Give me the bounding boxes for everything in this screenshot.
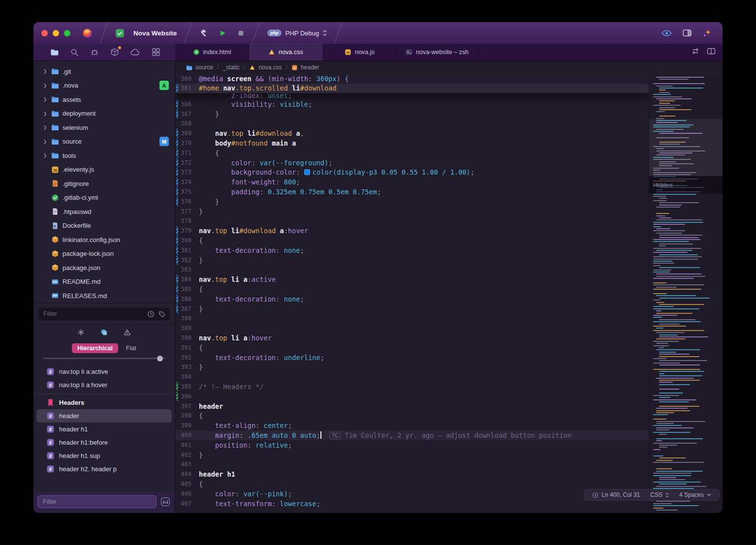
hierarchical-toggle[interactable]: Hierarchical bbox=[72, 343, 118, 353]
symbols-filter-input[interactable] bbox=[38, 498, 156, 505]
group-symbols-button layers-icon[interactable] bbox=[100, 329, 108, 336]
tree-item[interactable]: ❯JS.eleventy.js bbox=[33, 163, 175, 177]
code-line[interactable]: 387} bbox=[175, 304, 649, 314]
symbol-item[interactable]: #nav.top li a:active bbox=[36, 365, 172, 378]
tree-item[interactable]: ❯assets bbox=[33, 92, 175, 107]
chevron-right-icon[interactable]: ❯ bbox=[42, 111, 48, 116]
breadcrumb-item[interactable]: source bbox=[186, 64, 213, 71]
chevron-right-icon[interactable]: ❯ bbox=[42, 69, 48, 74]
tab-nova-js[interactable]: JSnova.js bbox=[323, 44, 397, 61]
browser-icon[interactable] bbox=[82, 28, 93, 38]
tree-filter-input[interactable] bbox=[38, 310, 147, 317]
build-panel-button package-icon[interactable] bbox=[110, 48, 119, 57]
chevron-right-icon[interactable]: ❯ bbox=[42, 153, 48, 158]
compare-button swap-arrows-icon[interactable] bbox=[691, 48, 700, 57]
code-line[interactable]: 379nav.top li#download a:hover bbox=[175, 226, 649, 236]
tree-item[interactable]: ❯RELEASES.md bbox=[33, 289, 175, 303]
code-line[interactable]: 389 bbox=[175, 323, 649, 333]
tree-item[interactable]: ❯.git bbox=[33, 64, 175, 79]
titlebar[interactable]: Nova Website php PHP Debug bbox=[33, 22, 723, 44]
tree-item[interactable]: ❯selenium bbox=[33, 121, 175, 135]
files-panel-button folder-icon[interactable] bbox=[50, 49, 59, 56]
issues-panel-button bug-icon[interactable] bbox=[90, 48, 99, 57]
tab-nova-website-zsh[interactable]: nova-website – zsh bbox=[397, 44, 478, 61]
symbol-item[interactable]: #header bbox=[36, 409, 172, 423]
symbol-item[interactable]: #header h1:before bbox=[36, 436, 172, 449]
recent-filter-button clock-icon[interactable] bbox=[147, 310, 155, 318]
issues-filter-button warning-icon[interactable] bbox=[124, 329, 131, 336]
code-line[interactable]: 371 { bbox=[175, 148, 649, 158]
chevron-right-icon[interactable]: ❯ bbox=[42, 83, 48, 88]
cursor-position[interactable]: Ln 400, Col 31 bbox=[587, 491, 645, 498]
symbol-item[interactable]: #header h2. header p bbox=[36, 462, 172, 476]
code-line[interactable]: 391{ bbox=[175, 343, 649, 353]
tree-item[interactable]: ❯deployment bbox=[33, 107, 175, 121]
code-line[interactable]: 369 nav.top li#download a, bbox=[175, 128, 649, 138]
code-line[interactable]: 366 visibility: visible; bbox=[175, 99, 649, 109]
minimap[interactable]: Headers bbox=[649, 74, 723, 513]
tab-nova-css[interactable]: nova.css bbox=[249, 44, 323, 61]
code-line[interactable]: 397header bbox=[175, 401, 649, 411]
symbol-item[interactable]: #nav.top li a:hover bbox=[36, 378, 172, 392]
code-line[interactable]: 405{ bbox=[175, 479, 649, 489]
zoom-button[interactable] bbox=[64, 30, 70, 36]
code-line[interactable]: 406 color: var(--pink); bbox=[175, 489, 649, 499]
apps-panel-button grid-icon[interactable] bbox=[152, 48, 160, 57]
chevron-right-icon[interactable]: ❯ bbox=[42, 97, 48, 102]
minimap-viewport[interactable] bbox=[649, 119, 723, 176]
code-line[interactable]: 375 padding: 0.325em 0.75em 0.5em 0.75em… bbox=[175, 187, 649, 197]
tree-item[interactable]: ❯linkinator.config.json bbox=[33, 233, 175, 247]
code-line[interactable]: 381 text-decoration: none; bbox=[175, 245, 649, 255]
remote-panel-button cloud-icon[interactable] bbox=[130, 49, 140, 56]
split-editor-button split-icon[interactable] bbox=[707, 48, 716, 57]
code-line[interactable]: 370 body#notfound main a bbox=[175, 138, 649, 148]
sort-button sort-az-icon[interactable]: A bbox=[160, 496, 171, 507]
code-line[interactable]: 376 } bbox=[175, 197, 649, 207]
slider-knob[interactable] bbox=[157, 356, 163, 362]
code-line[interactable]: 384nav.top li a:active bbox=[175, 274, 649, 284]
search-panel-button search-icon[interactable] bbox=[70, 48, 79, 57]
build-button hammer-icon[interactable] bbox=[199, 29, 208, 37]
flat-toggle[interactable]: Flat bbox=[126, 345, 136, 352]
run-scheme-selector[interactable]: php PHP Debug bbox=[267, 30, 327, 37]
tree-item[interactable]: ❯README.md bbox=[33, 275, 175, 289]
code-line[interactable]: 361#home nav.top.scrolled li#download bbox=[175, 84, 649, 93]
code-line[interactable]: 404header h1 bbox=[175, 469, 649, 479]
code-line[interactable]: 403 bbox=[175, 459, 649, 469]
language-selector[interactable]: CSS bbox=[645, 491, 674, 498]
tree-item[interactable]: ❯package.json bbox=[33, 261, 175, 275]
code-editor[interactable]: 365 z-index: unset;366 visibility: visib… bbox=[175, 74, 649, 513]
depth-slider[interactable] bbox=[33, 357, 175, 364]
symbol-item[interactable]: #header h1 sup bbox=[36, 449, 172, 462]
chevron-right-icon[interactable]: ❯ bbox=[42, 139, 48, 144]
code-line[interactable]: 367 } bbox=[175, 109, 649, 119]
code-line[interactable]: 374 font-weight: 800; bbox=[175, 177, 649, 187]
code-line[interactable]: 386 text-decoration: none; bbox=[175, 294, 649, 304]
tree-item[interactable]: ❯.htpasswd bbox=[33, 205, 175, 219]
code-line[interactable]: 378 bbox=[175, 216, 649, 226]
symbol-item[interactable]: Headers bbox=[36, 396, 172, 409]
code-line[interactable]: 394 bbox=[175, 372, 649, 382]
breadcrumb-item[interactable]: #header bbox=[291, 64, 319, 71]
code-line[interactable]: 372 color: var(--foreground); bbox=[175, 158, 649, 168]
tree-item[interactable]: ❯sourceM bbox=[33, 135, 175, 149]
code-line[interactable]: 400 margin: .65em auto 0 auto;TCTim Coul… bbox=[175, 430, 649, 440]
tree-item[interactable]: ❯.gitignore bbox=[33, 177, 175, 191]
code-line[interactable]: 360@media screen && (min-width: 360px) { bbox=[175, 74, 649, 84]
tree-item[interactable]: ❯.novaA bbox=[33, 79, 175, 93]
code-line[interactable]: 382} bbox=[175, 255, 649, 265]
symbol-item[interactable]: #header h1 bbox=[36, 423, 172, 436]
code-line[interactable]: 368 bbox=[175, 119, 649, 129]
all-symbols-button asterisk-icon[interactable] bbox=[77, 329, 85, 336]
tree-item[interactable]: ❯tools bbox=[33, 149, 175, 163]
code-line[interactable]: 373 background-color: color(display-p3 0… bbox=[175, 168, 649, 178]
color-swatch[interactable] bbox=[304, 169, 310, 175]
code-line[interactable]: 385{ bbox=[175, 284, 649, 294]
close-button[interactable] bbox=[41, 30, 48, 36]
code-line[interactable]: 395/* !– Headers */ bbox=[175, 382, 649, 392]
code-line[interactable]: 392 text-decoration: underline; bbox=[175, 353, 649, 363]
code-line[interactable]: 398{ bbox=[175, 411, 649, 421]
breadcrumb-item[interactable]: _static bbox=[222, 64, 240, 71]
breadcrumb-item[interactable]: nova.css bbox=[249, 64, 282, 71]
preview-button eye-icon[interactable] bbox=[662, 30, 672, 36]
